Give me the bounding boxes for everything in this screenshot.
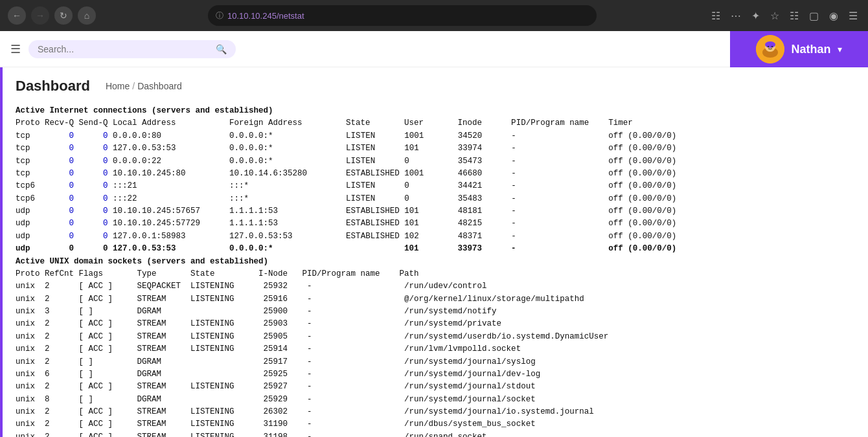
page-title: Dashboard [16, 78, 90, 95]
app-bar: ☰ 🔍 × Nathan ▾ [0, 31, 868, 67]
breadcrumb-separator: / [132, 81, 135, 91]
breadcrumb-home[interactable]: Home [106, 81, 130, 91]
browser-chrome: ← → ↻ ⌂ ⓘ 10.10.10.245/netstat ☷ ⋯ ✦ ☆ ☷… [0, 0, 868, 31]
terminal-line: Active Internet connections (servers and… [16, 105, 855, 117]
sidebar-toggle-button[interactable]: ▢ [806, 7, 821, 25]
search-icon: 🔍 [216, 44, 227, 54]
terminal-line: tcp 0 0 127.0.0.53:53 0.0.0.0:* LISTEN 1… [16, 142, 855, 155]
terminal-line: unix 6 [ ] DGRAM 25925 - /run/systemd/jo… [16, 368, 855, 381]
menu-button[interactable]: ☰ [846, 7, 860, 25]
library-button[interactable]: ☷ [787, 7, 801, 25]
terminal-line: udp 0 0 10.10.10.245:57729 1.1.1.1:53 ES… [16, 218, 855, 230]
terminal-line: tcp 0 0 10.10.10.245:80 10.10.14.6:35280… [16, 168, 855, 180]
forward-button[interactable]: → [31, 6, 49, 25]
page-header: Dashboard Home / Dashboard [16, 78, 855, 95]
hamburger-button[interactable]: ☰ [10, 42, 21, 56]
terminal-line: tcp 0 0 0.0.0.0:22 0.0.0.0:* LISTEN 0 35… [16, 155, 855, 168]
search-input[interactable] [38, 44, 211, 54]
terminal-line: udp 0 0 10.10.10.245:57657 1.1.1.1:53 ES… [16, 205, 855, 218]
chevron-down-icon: ▾ [838, 44, 842, 54]
terminal-line: unix 2 [ ACC ] STREAM LISTENING 25927 - … [16, 381, 855, 393]
bookmark-button[interactable]: ☆ [768, 7, 782, 25]
reload-button[interactable]: ↻ [54, 6, 73, 25]
terminal-line: udp 0 0 127.0.0.53:53 0.0.0.0:* 101 3397… [16, 243, 855, 255]
nathan-name: Nathan [791, 43, 830, 56]
terminal-line: unix 2 [ ACC ] SEQPACKET LISTENING 25932… [16, 280, 855, 293]
terminal-line: unix 2 [ ACC ] STREAM LISTENING 31198 - … [16, 431, 855, 437]
terminal-line: unix 2 [ ACC ] STREAM LISTENING 26302 - … [16, 406, 855, 418]
avatar [756, 35, 784, 63]
main-content: Dashboard Home / Dashboard Active Intern… [3, 67, 868, 437]
address-bar[interactable]: ⓘ 10.10.10.245/netstat [208, 5, 597, 26]
search-box[interactable]: 🔍 [29, 40, 236, 58]
reader-view-button[interactable]: ☷ [709, 7, 723, 25]
terminal-line: unix 2 [ ] DGRAM 25917 - /run/systemd/jo… [16, 356, 855, 368]
terminal-line: unix 8 [ ] DGRAM 25929 - /run/systemd/jo… [16, 394, 855, 406]
terminal-output: Active Internet connections (servers and… [16, 105, 855, 437]
info-icon: ⓘ [216, 10, 223, 21]
terminal-line: udp 0 0 127.0.0.1:58983 127.0.0.53:53 ES… [16, 230, 855, 243]
terminal-line: unix 2 [ ACC ] STREAM LISTENING 31190 - … [16, 418, 855, 431]
profile-button[interactable]: ◉ [827, 7, 841, 25]
pocket-button[interactable]: ✦ [749, 7, 762, 25]
svg-point-5 [771, 46, 773, 47]
home-button[interactable]: ⌂ [78, 6, 96, 25]
terminal-line: tcp6 0 0 :::21 :::* LISTEN 0 34421 - off… [16, 180, 855, 192]
terminal-line: unix 3 [ ] DGRAM 25900 - /run/systemd/no… [16, 306, 855, 318]
page-layout: Dashboard Home / Dashboard Active Intern… [0, 67, 868, 437]
browser-actions: ☷ ⋯ ✦ ☆ ☷ ▢ ◉ ☰ [709, 7, 860, 25]
terminal-line: tcp6 0 0 :::22 :::* LISTEN 0 35483 - off… [16, 193, 855, 205]
terminal-line: tcp 0 0 0.0.0.0:80 0.0.0.0:* LISTEN 1001… [16, 130, 855, 142]
svg-point-3 [765, 41, 775, 48]
nathan-panel[interactable]: Nathan ▾ [730, 31, 868, 67]
terminal-line: Active UNIX domain sockets (servers and … [16, 256, 855, 268]
more-button[interactable]: ⋯ [728, 7, 744, 25]
svg-point-4 [768, 46, 769, 47]
terminal-line: Proto Recv-Q Send-Q Local Address Foreig… [16, 117, 855, 129]
terminal-line: unix 2 [ ACC ] STREAM LISTENING 25914 - … [16, 343, 855, 355]
terminal-line: unix 2 [ ACC ] STREAM LISTENING 25905 - … [16, 331, 855, 343]
url-display: 10.10.10.245/netstat [227, 11, 304, 21]
breadcrumb: Home / Dashboard [106, 81, 182, 91]
terminal-line: Proto RefCnt Flags Type State I-Node PID… [16, 268, 855, 280]
terminal-line: unix 2 [ ACC ] STREAM LISTENING 25903 - … [16, 318, 855, 330]
breadcrumb-current: Dashboard [137, 81, 182, 91]
back-button[interactable]: ← [8, 6, 26, 25]
terminal-line: unix 2 [ ACC ] STREAM LISTENING 25916 - … [16, 293, 855, 306]
